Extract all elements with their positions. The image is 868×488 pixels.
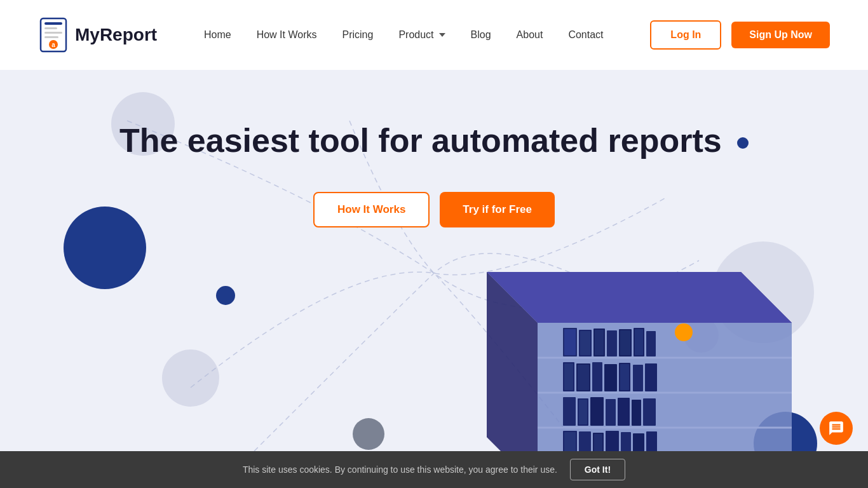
svg-rect-28 — [564, 363, 573, 390]
how-it-works-button[interactable]: How It Works — [313, 192, 430, 227]
svg-rect-2 — [44, 27, 57, 29]
svg-rect-18 — [580, 331, 590, 355]
hero-section: The easiest tool for automated reports H… — [0, 70, 868, 488]
svg-rect-44 — [643, 398, 656, 426]
svg-rect-31 — [592, 362, 602, 391]
deco-circle-4 — [162, 349, 219, 407]
svg-rect-40 — [590, 397, 604, 426]
login-button[interactable]: Log In — [650, 20, 721, 50]
deco-circle-3 — [216, 286, 235, 305]
nav-item-contact[interactable]: Contact — [568, 29, 603, 41]
try-free-button[interactable]: Try if for Free — [440, 192, 555, 227]
logo-text: MyReport — [75, 25, 157, 45]
svg-rect-43 — [632, 400, 641, 426]
svg-rect-34 — [620, 364, 629, 390]
nav-item-product[interactable]: Product — [398, 29, 445, 41]
svg-text:a: a — [51, 41, 55, 48]
svg-point-54 — [675, 323, 693, 341]
svg-rect-3 — [44, 32, 62, 34]
cookie-bar: This site uses cookies. By continuing to… — [0, 451, 868, 488]
navbar: a MyReport Home How It Works Pricing Pro… — [0, 0, 868, 70]
chat-bubble-button[interactable] — [820, 412, 853, 445]
hero-content: The easiest tool for automated reports H… — [0, 70, 868, 227]
hero-buttons: How It Works Try if for Free — [0, 192, 868, 227]
chevron-down-icon — [439, 33, 445, 37]
svg-rect-26 — [646, 331, 656, 356]
nav-item-about[interactable]: About — [517, 29, 543, 41]
hero-title: The easiest tool for automated reports — [0, 121, 868, 160]
svg-rect-16 — [564, 329, 576, 355]
svg-rect-21 — [607, 330, 617, 356]
hero-illustration — [436, 221, 792, 488]
svg-rect-36 — [645, 363, 657, 391]
got-it-button[interactable]: Got It! — [570, 459, 625, 480]
signup-button[interactable]: Sign Up Now — [731, 22, 830, 48]
svg-rect-1 — [44, 22, 62, 25]
cookie-message: This site uses cookies. By continuing to… — [243, 464, 557, 475]
svg-rect-23 — [620, 330, 630, 355]
svg-marker-9 — [487, 272, 792, 323]
title-dot-accent — [737, 137, 749, 149]
nav-buttons: Log In Sign Up Now — [650, 20, 830, 50]
svg-rect-42 — [618, 398, 630, 426]
nav-item-blog[interactable]: Blog — [471, 29, 491, 41]
svg-rect-37 — [563, 397, 576, 426]
svg-rect-20 — [595, 330, 604, 355]
logo-icon: a — [38, 17, 69, 53]
svg-rect-41 — [606, 399, 616, 426]
svg-rect-35 — [633, 365, 643, 391]
logo[interactable]: a MyReport — [38, 17, 157, 53]
iso-svg — [436, 221, 792, 488]
nav-links: Home How It Works Pricing Product Blog A… — [204, 29, 604, 41]
svg-rect-30 — [578, 365, 589, 390]
deco-circle-8 — [353, 418, 384, 450]
svg-rect-32 — [604, 364, 617, 391]
svg-rect-4 — [44, 36, 58, 38]
nav-item-how-it-works[interactable]: How It Works — [257, 29, 317, 41]
nav-item-pricing[interactable]: Pricing — [342, 29, 373, 41]
svg-rect-25 — [635, 329, 643, 355]
svg-rect-39 — [579, 400, 587, 424]
nav-item-home[interactable]: Home — [204, 29, 231, 41]
chat-icon — [828, 420, 844, 437]
